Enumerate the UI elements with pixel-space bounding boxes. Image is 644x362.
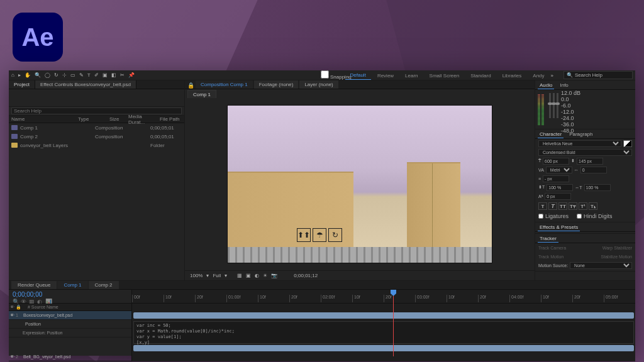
tracking-input[interactable] — [580, 167, 607, 173]
layer-bar[interactable] — [133, 345, 634, 351]
hand-tool-icon[interactable]: ✋ — [25, 72, 31, 78]
property-name: Position — [10, 322, 130, 326]
workspace-andy[interactable]: Andy — [528, 72, 549, 80]
workspace-default[interactable]: Default — [345, 71, 371, 80]
home-icon[interactable]: ⌂ — [11, 72, 14, 78]
project-item[interactable]: Comp 1 Composition 0;00;05;01 — [9, 123, 184, 132]
comp-subtab[interactable]: Comp 1 — [187, 90, 216, 98]
workspace-learn[interactable]: Learn — [400, 72, 423, 80]
lock-icon[interactable]: 🔒 — [187, 82, 194, 89]
col-file[interactable]: File Path — [160, 116, 182, 122]
workspace-review[interactable]: Review — [372, 72, 399, 80]
text-tool-icon[interactable]: T — [87, 72, 91, 78]
puppet-tool-icon[interactable]: 📌 — [128, 72, 135, 78]
search-box[interactable]: 🔍 Search Help — [564, 71, 633, 79]
effect-controls-tab[interactable]: Effect Controls Boxes/conveyor_belt.psd — [35, 80, 136, 89]
snapping-toggle[interactable] — [321, 70, 329, 79]
comp-tab[interactable]: Composition Comp 1 — [196, 80, 253, 89]
footage-tab[interactable]: Footage (none) — [254, 80, 299, 89]
channel-icon[interactable]: ◐ — [255, 273, 259, 278]
italic-button[interactable]: T — [548, 202, 557, 210]
font-style-select[interactable]: Condensed Bold — [538, 149, 632, 156]
timecode-input[interactable]: 0;00;00;00 — [13, 291, 128, 298]
col-type[interactable]: Type — [78, 116, 109, 122]
orbit-tool-icon[interactable]: ◯ — [45, 72, 50, 78]
audio-tab[interactable]: Audio — [538, 82, 554, 89]
smallcaps-button[interactable]: Tᴛ — [569, 202, 577, 210]
kerning-select[interactable]: Metrics — [546, 167, 572, 173]
workspace-standard[interactable]: Standard — [465, 72, 496, 80]
subscript-button[interactable]: T₁ — [589, 202, 597, 210]
layer-row[interactable]: 👁2Belt_BG_veyor_belt.psd — [9, 353, 131, 361]
hscale-input[interactable] — [584, 184, 611, 191]
grid-icon[interactable]: ▦ — [237, 273, 242, 278]
project-item[interactable]: Comp 2 Composition 0;00;05;01 — [9, 132, 184, 141]
layer-expression[interactable]: Expression: Position — [9, 329, 131, 337]
timeline-ruler[interactable]: 00f 10f 20f 01:00f 10f 20f 02:00f 10f 20… — [132, 290, 635, 303]
project-item[interactable]: conveyor_belt Layers Folder — [9, 141, 184, 150]
zoom-value[interactable]: 100% — [190, 273, 203, 278]
motion-source-select[interactable]: None — [570, 262, 632, 269]
selection-tool-icon[interactable]: ▸ — [18, 72, 21, 78]
col-size[interactable]: Size — [109, 116, 128, 122]
expression-editor[interactable]: var inc = 50; var x = Math.round(value[0… — [133, 321, 634, 344]
color-swatch[interactable] — [623, 140, 632, 147]
timeline-comp-tab[interactable]: Comp 1 — [57, 281, 87, 289]
warp-button[interactable]: Warp Stabilizer — [602, 246, 632, 250]
workspace-libraries[interactable]: Libraries — [497, 72, 527, 80]
vscale-input[interactable] — [547, 184, 573, 191]
timeline-tracks[interactable]: var inc = 50; var x = Math.round(value[0… — [132, 304, 635, 361]
track-motion-button[interactable]: Track Motion — [538, 255, 564, 259]
snapshot-icon[interactable]: 📷 — [271, 273, 277, 278]
quality-value[interactable]: Full — [213, 273, 221, 278]
ligatures-toggle[interactable] — [538, 214, 543, 219]
tracker-tab[interactable]: Tracker — [538, 235, 558, 243]
workspace-small[interactable]: Small Screen — [425, 72, 465, 80]
viewer[interactable]: ⬆⬆ ☂ ↻ — [185, 98, 535, 270]
audio-slider[interactable] — [549, 93, 551, 118]
stroke-input[interactable] — [543, 175, 569, 182]
clone-tool-icon[interactable]: ▣ — [103, 72, 108, 78]
audio-slider[interactable] — [553, 93, 555, 118]
roto-tool-icon[interactable]: ✂ — [120, 72, 125, 78]
zoom-tool-icon[interactable]: 🔍 — [35, 72, 41, 78]
mask-icon[interactable]: ▣ — [246, 273, 251, 278]
leading-input[interactable] — [577, 158, 603, 165]
font-select[interactable]: Helvetica Neue — [538, 140, 621, 147]
rotate-tool-icon[interactable]: ↻ — [54, 72, 58, 78]
anchor-tool-icon[interactable]: ⊹ — [62, 72, 67, 78]
chevron-down-icon[interactable]: ▾ — [206, 273, 209, 278]
bold-button[interactable]: T — [538, 202, 547, 210]
brush-tool-icon[interactable]: ✐ — [94, 72, 99, 78]
font-size-input[interactable] — [543, 158, 569, 165]
pen-tool-icon[interactable]: ✎ — [79, 72, 84, 78]
project-tab[interactable]: Project — [9, 80, 35, 89]
ruler-mark: 10f — [164, 295, 195, 302]
timecode-display[interactable]: 0;00;01;12 — [294, 273, 318, 278]
layer-property[interactable]: Position — [9, 320, 131, 329]
effects-tab[interactable]: Effects & Presets — [538, 224, 580, 231]
stabilize-button[interactable]: Stabilize Motion — [601, 255, 632, 259]
render-queue-tab[interactable]: Render Queue — [11, 281, 57, 289]
eraser-tool-icon[interactable]: ◧ — [111, 72, 116, 78]
workspace-more-icon[interactable]: » — [551, 73, 553, 79]
caps-button[interactable]: TT — [558, 202, 567, 210]
hindi-toggle[interactable] — [577, 214, 582, 219]
layer-tab[interactable]: Layer (none) — [299, 80, 338, 89]
chevron-down-icon[interactable]: ▾ — [225, 273, 227, 278]
track-camera-button[interactable]: Track Camera — [538, 246, 566, 250]
playhead[interactable] — [393, 290, 394, 356]
exposure-icon[interactable]: ☀ — [263, 273, 267, 278]
superscript-button[interactable]: T¹ — [579, 202, 587, 210]
item-media: 0;00;05;01 — [150, 125, 182, 131]
baseline-input[interactable] — [545, 193, 571, 200]
info-tab[interactable]: Info — [558, 82, 570, 89]
layer-row[interactable]: 👁1Boxes/conveyor_belt.psd — [9, 311, 131, 320]
audio-slider[interactable] — [557, 93, 558, 118]
character-tab[interactable]: Character — [538, 131, 564, 138]
col-name[interactable]: Name — [11, 116, 74, 122]
timeline-comp-tab[interactable]: Comp 2 — [89, 281, 119, 289]
layer-bar[interactable] — [133, 312, 634, 319]
paragraph-tab[interactable]: Paragraph — [567, 131, 594, 138]
rect-tool-icon[interactable]: ▭ — [70, 72, 75, 78]
